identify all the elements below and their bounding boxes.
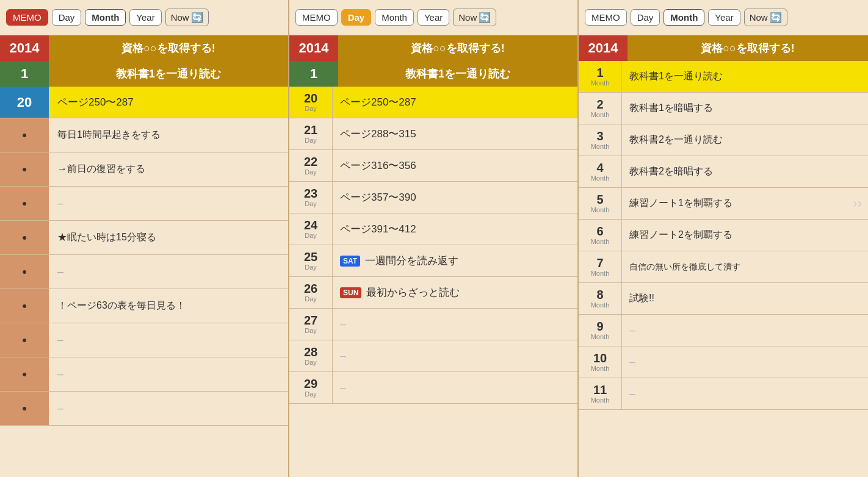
memo-text-4: – <box>49 255 288 289</box>
bullet-3: • <box>0 221 49 254</box>
now-button-day[interactable]: Now 🔄 <box>453 9 496 26</box>
day-content-29: – <box>332 372 577 403</box>
memo-item-7[interactable]: • – <box>0 357 288 392</box>
now-button-month[interactable]: Now 🔄 <box>744 9 787 26</box>
day-content-25: SAT 一週間分を読み返す <box>332 245 577 276</box>
year-row-day: 2014 資格○○を取得する! <box>289 35 577 61</box>
day-num-20: 20 Day <box>289 87 332 118</box>
month-tab-month[interactable]: Month <box>664 9 704 26</box>
memo-tab[interactable]: MEMO <box>6 9 48 26</box>
month-list-row-10[interactable]: 11 Month – <box>579 378 868 410</box>
day-num-25: 25 Day <box>289 245 332 276</box>
year-tab[interactable]: Year <box>129 9 161 26</box>
memo-item-2[interactable]: • – <box>0 187 288 221</box>
memo-item-4[interactable]: • – <box>0 255 288 289</box>
month-list-row-1[interactable]: 2 Month 教科書1を暗唱する <box>579 93 868 124</box>
day-tab-month[interactable]: Day <box>631 9 660 26</box>
day-content-23: ページ357〜390 <box>332 182 577 213</box>
day-tab[interactable]: Day <box>52 9 82 26</box>
month-content-9: – <box>621 315 868 346</box>
memo-item-3[interactable]: • ★眠たい時は15分寝る <box>0 221 288 255</box>
memo-item-5[interactable]: • ！ページ63の表を毎日見る！ <box>0 289 288 323</box>
memo-item-1[interactable]: • →前日の復習をする <box>0 152 288 187</box>
now-button[interactable]: Now 🔄 <box>165 9 209 26</box>
chevron-right-icon: ›› <box>853 196 862 212</box>
year-number-day: 2014 <box>289 35 338 61</box>
memo-text-2: – <box>49 187 288 220</box>
nav-bar-memo: MEMO Day Month Year Now 🔄 <box>0 0 288 35</box>
month-list-row-6[interactable]: 7 Month 自信の無い所を徹底して潰す <box>579 251 868 283</box>
month-tab[interactable]: Month <box>85 9 126 26</box>
day-list-row-6[interactable]: 26 Day SUN 最初からざっと読む <box>289 277 577 309</box>
day-list-row-1[interactable]: 21 Day ページ288〜315 <box>289 118 577 150</box>
memo-text-3: ★眠たい時は15分寝る <box>49 221 288 254</box>
memo-text-7: – <box>49 357 288 391</box>
year-tab-day[interactable]: Year <box>418 9 449 26</box>
now-label-day: Now <box>458 12 477 23</box>
bullet-6: • <box>0 323 49 357</box>
month-list-row-0[interactable]: 1 Month 教科書1を一通り読む <box>579 61 868 93</box>
bullet-2: • <box>0 187 49 220</box>
month-list-row-3[interactable]: 4 Month 教科書2を暗唱する <box>579 156 868 188</box>
month-list-row-9[interactable]: 10 Month – <box>579 346 868 378</box>
month-panel: MEMO Day Month Year Now 🔄 2014 資格○○を取得する… <box>579 0 868 477</box>
bullet-0: • <box>0 118 49 152</box>
month-num-4: 4 Month <box>579 156 621 187</box>
month-list-row-5[interactable]: 6 Month 練習ノート2を制覇する <box>579 220 868 251</box>
month-list-row-2[interactable]: 3 Month 教科書2を一通り読む <box>579 124 868 156</box>
memo-item-0[interactable]: • 毎日1時間早起きをする <box>0 118 288 152</box>
day-content-24: ページ391〜412 <box>332 213 577 245</box>
year-number-month: 2014 <box>579 35 627 61</box>
year-goal: 資格○○を取得する! <box>49 35 288 61</box>
day-num-23: 23 Day <box>289 182 332 213</box>
day-content-22: ページ316〜356 <box>332 150 577 181</box>
day-list-row-2[interactable]: 22 Day ページ316〜356 <box>289 150 577 182</box>
memo-item-8[interactable]: • – <box>0 392 288 426</box>
now-label-month: Now <box>750 12 768 23</box>
refresh-icon-day: 🔄 <box>479 12 491 23</box>
refresh-icon: 🔄 <box>191 12 203 23</box>
refresh-icon-month: 🔄 <box>770 12 782 23</box>
day-num-22: 22 Day <box>289 150 332 181</box>
day-num-24: 24 Day <box>289 213 332 245</box>
month-list-row-4[interactable]: 5 Month 練習ノート1を制覇する ›› <box>579 188 868 220</box>
day-list-row-3[interactable]: 23 Day ページ357〜390 <box>289 182 577 213</box>
memo-tab-month[interactable]: MEMO <box>585 9 627 26</box>
day-num-26: 26 Day <box>289 277 332 308</box>
bullet-7: • <box>0 357 49 391</box>
month-num-7: 7 Month <box>579 251 621 282</box>
day-list-row-0[interactable]: 20 Day ページ250〜287 <box>289 87 577 118</box>
month-content-1: 教科書1を一通り読む <box>621 61 868 92</box>
month-content-8: 試験!! <box>621 283 868 314</box>
day-num-21: 21 Day <box>289 118 332 149</box>
day-tab-day[interactable]: Day <box>341 9 372 26</box>
day-number: 20 <box>0 87 49 118</box>
day-content-27: – <box>332 309 577 340</box>
year-tab-month[interactable]: Year <box>708 9 740 26</box>
memo-item-6[interactable]: • – <box>0 323 288 357</box>
day-task: ページ250〜287 <box>49 87 288 118</box>
sat-badge: SAT <box>340 256 360 267</box>
month-num-5: 5 Month <box>579 188 621 219</box>
month-list-row-7[interactable]: 8 Month 試験!! <box>579 283 868 315</box>
month-row: 1 教科書1を一通り読む <box>0 61 288 87</box>
memo-text-0: 毎日1時間早起きをする <box>49 118 288 152</box>
month-content-4: 教科書2を暗唱する <box>621 156 868 187</box>
day-content-28: – <box>332 340 577 371</box>
day-list-row-8[interactable]: 28 Day – <box>289 340 577 372</box>
day-num-28: 28 Day <box>289 340 332 371</box>
month-content-2: 教科書1を暗唱する <box>621 93 868 124</box>
day-list-row-5[interactable]: 25 Day SAT 一週間分を読み返す <box>289 245 577 277</box>
month-tab-day[interactable]: Month <box>375 9 414 26</box>
month-content-10: – <box>621 346 868 378</box>
month-num-8: 8 Month <box>579 283 621 314</box>
day-list-row-9[interactable]: 29 Day – <box>289 372 577 404</box>
month-list-row-8[interactable]: 9 Month – <box>579 315 868 346</box>
month-content-11: – <box>621 378 868 409</box>
day-list-row-7[interactable]: 27 Day – <box>289 309 577 340</box>
day-content-20: ページ250〜287 <box>332 87 577 118</box>
memo-text-6: – <box>49 323 288 357</box>
day-list-row-4[interactable]: 24 Day ページ391〜412 <box>289 213 577 245</box>
memo-tab-day[interactable]: MEMO <box>295 9 338 26</box>
sun-badge: SUN <box>340 287 361 298</box>
